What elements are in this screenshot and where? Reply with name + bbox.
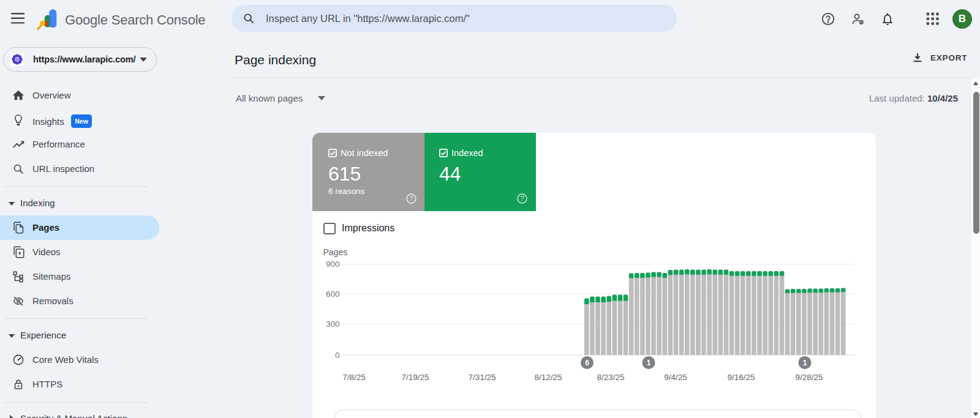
svg-text:900: 900: [326, 259, 340, 269]
svg-text:9/28/25: 9/28/25: [795, 373, 823, 382]
svg-text:0: 0: [335, 351, 340, 360]
svg-text:7/8/25: 7/8/25: [342, 373, 366, 382]
svg-text:1: 1: [803, 359, 807, 367]
svg-text:8/12/25: 8/12/25: [534, 373, 562, 382]
svg-text:6: 6: [585, 359, 589, 367]
svg-text:9/4/25: 9/4/25: [664, 373, 687, 382]
svg-text:300: 300: [326, 319, 340, 329]
svg-text:?: ?: [409, 195, 413, 202]
svg-text:7/31/25: 7/31/25: [468, 373, 496, 382]
svg-text:Pages: Pages: [323, 247, 348, 257]
svg-text:8/23/25: 8/23/25: [597, 373, 624, 382]
svg-text:?: ?: [521, 195, 524, 202]
svg-text:1: 1: [647, 359, 651, 367]
svg-text:9/16/25: 9/16/25: [727, 373, 755, 382]
svg-text:7/19/25: 7/19/25: [401, 373, 429, 382]
svg-text:600: 600: [326, 289, 340, 299]
